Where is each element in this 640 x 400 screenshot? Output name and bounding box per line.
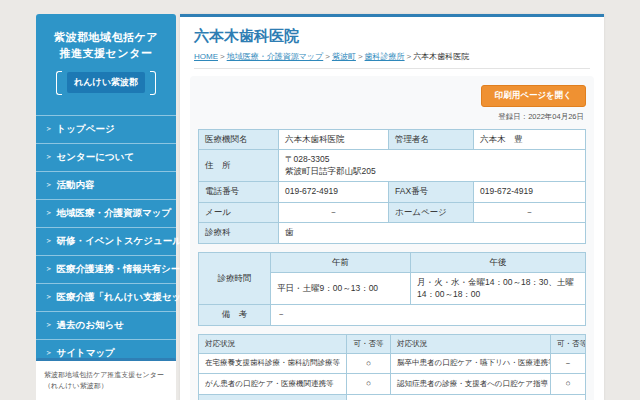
sidebar-item-6[interactable]: ＞医療介護「れんけい支援セット」 — [36, 283, 176, 311]
site-badge: れんけい紫波郡 — [67, 72, 145, 93]
label-email: メール — [199, 202, 279, 222]
support-status-home-dental: ○ — [347, 353, 391, 373]
table-row: 電話番号 019-672-4919 FAX番号 019-672-4919 — [199, 182, 586, 202]
support-item-cancer-care: がん患者の口腔ケア・医療機関連携等 — [199, 374, 347, 394]
chevron-right-icon: ＞ — [45, 348, 53, 358]
breadcrumb-link-map[interactable]: 地域医療・介護資源マップ — [227, 52, 324, 61]
table-row: 医療機関名 六本木歯科医院 管理者名 六本木 豊 — [199, 130, 586, 150]
footer-center-sub: （れんけい紫波郡） — [44, 380, 168, 391]
value-email: － — [279, 202, 389, 222]
site-title: 紫波郡地域包括ケア 推進支援センター — [44, 30, 168, 62]
breadcrumb-separator: > — [358, 52, 363, 61]
sidebar-item-label: 活動内容 — [57, 179, 95, 192]
value-manager-name: 六本木 豊 — [474, 130, 586, 150]
label-hours: 診療時間 — [199, 252, 271, 304]
header-am: 午前 — [271, 252, 411, 272]
table-row: 在宅療養支援歯科診療・歯科訪問診療等 ○ 脳卒中患者の口腔ケア・嚥下リハ・医療連… — [199, 353, 586, 373]
breadcrumb: HOME>地域医療・介護資源マップ>紫波町>歯科診療所>六本木歯科医院 — [194, 51, 590, 69]
sidebar-item-3[interactable]: ＞地域医療・介護資源マップ — [36, 199, 176, 227]
chevron-right-icon: ＞ — [45, 124, 53, 134]
value-support-note: － — [347, 394, 586, 400]
bracket-left-decoration — [56, 71, 62, 95]
chevron-right-icon: ＞ — [45, 180, 53, 190]
sidebar-item-0[interactable]: ＞トップページ — [36, 115, 176, 143]
address-postal: 〒028-3305 — [285, 154, 579, 165]
chevron-right-icon: ＞ — [45, 208, 53, 218]
sidebar-footer: 紫波郡地域包括ケア推進支援センター （れんけい紫波郡） 〒028-3614 — [36, 358, 176, 400]
table-row: 対応状況 可・否等 対応状況 可・否等 — [199, 334, 586, 353]
breadcrumb-separator: > — [407, 52, 412, 61]
table-row: 診療時間 午前 午後 — [199, 252, 586, 272]
support-item-dementia-care: 認知症患者の診療・支援者への口腔ケア指導 — [391, 374, 551, 394]
sidebar-item-1[interactable]: ＞センターについて — [36, 143, 176, 171]
value-phone: 019-672-4919 — [279, 182, 389, 202]
chevron-right-icon: ＞ — [45, 320, 53, 330]
sidebar-item-5[interactable]: ＞医療介護連携・情報共有シート — [36, 255, 176, 283]
sidebar: 紫波郡地域包括ケア 推進支援センター れんけい紫波郡 ＞トップページ＞センターに… — [36, 14, 176, 395]
table-row: 備 考 － — [199, 394, 586, 400]
sidebar-item-label: 過去のお知らせ — [57, 319, 124, 332]
label-address: 住 所 — [199, 150, 279, 182]
support-status-stroke-care: － — [551, 353, 586, 373]
table-row: メール － ホームページ － — [199, 202, 586, 222]
breadcrumb-link-town[interactable]: 紫波町 — [332, 52, 356, 61]
clinic-info-table: 医療機関名 六本木歯科医院 管理者名 六本木 豊 住 所 〒028-3305 紫… — [198, 129, 586, 244]
address-street: 紫波町日詰字郡山駅205 — [285, 166, 579, 177]
sidebar-item-label: 地域医療・介護資源マップ — [57, 207, 172, 220]
chevron-right-icon: ＞ — [45, 264, 53, 274]
header-availability-1: 可・否等 — [347, 334, 391, 353]
chevron-right-icon: ＞ — [45, 236, 53, 246]
breadcrumb-separator: > — [220, 52, 225, 61]
value-hours-note: － — [271, 305, 586, 325]
sidebar-item-7[interactable]: ＞過去のお知らせ — [36, 311, 176, 339]
sidebar-item-label: センターについて — [57, 151, 135, 164]
site-title-line2: 推進支援センター — [44, 46, 168, 62]
value-department: 歯 — [279, 223, 586, 243]
sidebar-item-label: 医療介護「れんけい支援セット」 — [57, 291, 201, 304]
site-badge-row: れんけい紫波郡 — [44, 71, 168, 95]
sidebar-item-4[interactable]: ＞研修・イベントスケジュール — [36, 227, 176, 255]
chevron-right-icon: ＞ — [45, 152, 53, 162]
support-status-cancer-care: ○ — [347, 374, 391, 394]
value-pm-hours: 月・火・水・金曜14：00～18：30、土曜14：00～18：00 — [411, 273, 586, 305]
sidebar-item-label: トップページ — [57, 123, 115, 136]
support-item-stroke-care: 脳卒中患者の口腔ケア・嚥下リハ・医療連携等 — [391, 353, 551, 373]
header-availability-2: 可・否等 — [551, 334, 586, 353]
header-support-status-2: 対応状況 — [391, 334, 551, 353]
sidebar-item-label: 研修・イベントスケジュール — [57, 235, 183, 248]
chevron-right-icon: ＞ — [45, 292, 53, 302]
print-page-button[interactable]: 印刷用ページを開く — [481, 85, 586, 107]
support-status-dementia-care: ○ — [551, 374, 586, 394]
table-row: 診療科 歯 — [199, 223, 586, 243]
table-row: 住 所 〒028-3305 紫波町日詰字郡山駅205 — [199, 150, 586, 182]
value-homepage: － — [474, 202, 586, 222]
label-hours-note: 備 考 — [199, 305, 271, 325]
label-homepage: ホームページ — [389, 202, 474, 222]
sidebar-header: 紫波郡地域包括ケア 推進支援センター れんけい紫波郡 — [36, 14, 176, 105]
label-phone: 電話番号 — [199, 182, 279, 202]
label-fax: FAX番号 — [389, 182, 474, 202]
value-am-hours: 平日・土曜9：00～13：00 — [271, 273, 411, 305]
site-title-line1: 紫波郡地域包括ケア — [44, 30, 168, 46]
registration-date: 登録日：2022年04月26日 — [200, 112, 584, 122]
print-row: 印刷用ページを開く — [198, 84, 586, 107]
detail-panel: 印刷用ページを開く 登録日：2022年04月26日 医療機関名 六本木歯科医院 … — [190, 76, 594, 400]
breadcrumb-link-dental[interactable]: 歯科診療所 — [365, 52, 405, 61]
value-address: 〒028-3305 紫波町日詰字郡山駅205 — [279, 150, 586, 182]
footer-center-name: 紫波郡地域包括ケア推進支援センター — [44, 369, 168, 380]
label-department: 診療科 — [199, 223, 279, 243]
table-row: 備 考 － — [199, 305, 586, 325]
table-row: がん患者の口腔ケア・医療機関連携等 ○ 認知症患者の診療・支援者への口腔ケア指導… — [199, 374, 586, 394]
breadcrumb-link-home[interactable]: HOME — [194, 52, 218, 61]
header-support-status-1: 対応状況 — [199, 334, 347, 353]
header-pm: 午後 — [411, 252, 586, 272]
page-title: 六本木歯科医院 — [194, 27, 590, 46]
sidebar-menu: ＞トップページ＞センターについて＞活動内容＞地域医療・介護資源マップ＞研修・イベ… — [36, 115, 176, 395]
value-clinic-name: 六本木歯科医院 — [279, 130, 389, 150]
sidebar-item-2[interactable]: ＞活動内容 — [36, 171, 176, 199]
label-manager-name: 管理者名 — [389, 130, 474, 150]
label-clinic-name: 医療機関名 — [199, 130, 279, 150]
value-fax: 019-672-4919 — [474, 182, 586, 202]
breadcrumb-separator: > — [325, 52, 330, 61]
main-content-card: 六本木歯科医院 HOME>地域医療・介護資源マップ>紫波町>歯科診療所>六本木歯… — [180, 14, 604, 400]
